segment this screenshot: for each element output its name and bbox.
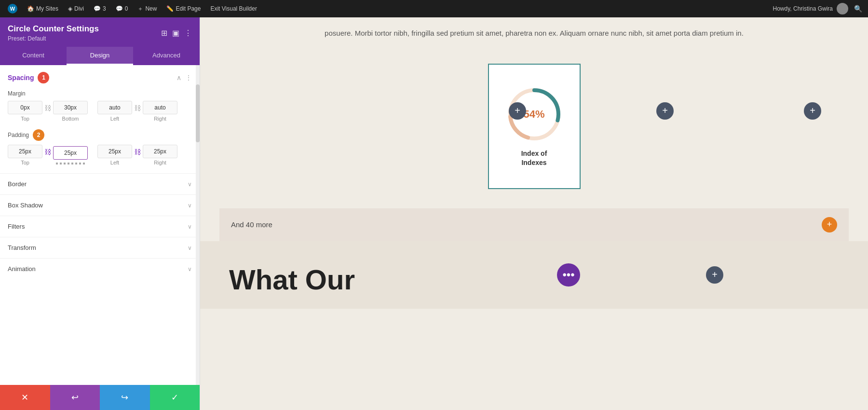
border-chevron[interactable]: ∨ xyxy=(188,181,192,188)
cancel-button[interactable]: ✕ xyxy=(0,385,50,410)
panel-scrollbar[interactable] xyxy=(196,65,200,385)
padding-left-label: Left xyxy=(110,160,119,165)
and-more-text: And 40 more xyxy=(231,220,272,229)
what-our-section: What Our ••• + xyxy=(200,241,868,309)
padding-left-input[interactable] xyxy=(97,145,132,158)
panel-tabs: Content Design Advanced xyxy=(0,47,200,65)
padding-top-input[interactable] xyxy=(8,145,42,158)
redo-button[interactable]: ↪ xyxy=(100,385,150,410)
padding-bottom-input[interactable] xyxy=(53,146,88,160)
divi-btn[interactable]: ◈ Divi xyxy=(64,3,88,14)
circle-counter-card[interactable]: 54% Index of Indexes xyxy=(488,64,581,189)
add-column-btn-3[interactable]: + xyxy=(804,102,821,120)
avatar[interactable] xyxy=(837,3,848,14)
search-icon[interactable]: 🔍 xyxy=(852,3,864,14)
intro-text: posuere. Morbi tortor nibh, fringilla se… xyxy=(200,17,868,54)
what-our-title: What Our xyxy=(229,266,355,294)
animation-title: Animation xyxy=(8,265,36,273)
wordpress-icon: W xyxy=(8,4,17,14)
main-layout: Circle Counter Settings Preset: Default … xyxy=(0,17,868,410)
transform-chevron[interactable]: ∨ xyxy=(188,245,192,251)
spacing-menu-icon[interactable]: ⋮ xyxy=(185,74,192,82)
panel-scroll-wrap: Spacing 1 ∧ ⋮ Margin Top xyxy=(0,65,200,385)
margin-left-col: Left xyxy=(97,101,132,122)
spacing-collapse-icon[interactable]: ∧ xyxy=(176,74,181,82)
and-more-add-btn[interactable]: + xyxy=(822,217,837,232)
padding-right-col: Right xyxy=(143,145,177,165)
box-shadow-chevron[interactable]: ∨ xyxy=(188,202,192,209)
margin-right-col: Right xyxy=(143,101,177,122)
plus-new-icon: ＋ xyxy=(137,5,143,13)
spacing-title: Spacing xyxy=(8,74,34,82)
padding-section: Padding 2 Top ⛓ xyxy=(0,129,200,173)
tab-advanced[interactable]: Advanced xyxy=(133,47,200,65)
spacing-section-header[interactable]: Spacing 1 ∧ ⋮ xyxy=(0,65,200,90)
animation-chevron[interactable]: ∨ xyxy=(188,266,192,273)
border-section: Border ∨ xyxy=(0,173,200,194)
new-btn[interactable]: ＋ New xyxy=(134,3,161,15)
margin-label: Margin xyxy=(8,90,192,97)
margin-link-chain-icon: ⛓ xyxy=(44,104,51,112)
edit-page-icon: ✏️ xyxy=(166,5,174,12)
what-our-right-btn[interactable]: + xyxy=(706,266,723,284)
filters-title: Filters xyxy=(8,223,25,230)
margin-right-link-icon[interactable]: ⛓ xyxy=(134,104,141,119)
preset-label[interactable]: Preset: Default xyxy=(8,35,99,42)
margin-bottom-input[interactable] xyxy=(53,101,88,114)
animation-section: Animation ∨ xyxy=(0,258,200,279)
what-our-add-btn[interactable]: ••• xyxy=(557,263,580,287)
padding-top-col: Top xyxy=(8,145,42,165)
panel-title: Circle Counter Settings xyxy=(8,24,99,34)
margin-top-label: Top xyxy=(21,116,29,122)
margin-left-input[interactable] xyxy=(97,101,132,114)
padding-link-icon[interactable]: ⛓ xyxy=(44,148,51,163)
panel-scrollbar-thumb[interactable] xyxy=(196,84,200,142)
border-section-header[interactable]: Border ∨ xyxy=(0,174,200,194)
panel-resize-icon[interactable]: ⊞ xyxy=(161,28,167,38)
filters-chevron[interactable]: ∨ xyxy=(188,223,192,230)
animation-section-header[interactable]: Animation ∨ xyxy=(0,259,200,279)
exit-visual-builder-btn[interactable]: Exit Visual Builder xyxy=(206,3,261,14)
margin-top-col: Top xyxy=(8,101,42,122)
page-area: posuere. Morbi tortor nibh, fringilla se… xyxy=(200,17,868,410)
margin-row: Top ⛓ Bottom Left xyxy=(8,101,192,122)
panel-header-info: Circle Counter Settings Preset: Default xyxy=(8,24,99,42)
add-column-btn-2[interactable]: + xyxy=(656,102,674,120)
margin-right-input[interactable] xyxy=(143,101,177,114)
undo-button[interactable]: ↩ xyxy=(50,385,100,410)
padding-top-label: Top xyxy=(21,160,29,165)
admin-bar-right: Howdy, Christina Gwira 🔍 xyxy=(773,3,864,14)
panel-content: Spacing 1 ∧ ⋮ Margin Top xyxy=(0,65,200,279)
home-icon: 🏠 xyxy=(27,5,34,12)
panel-layout-icon[interactable]: ▣ xyxy=(172,28,179,38)
panel-menu-icon[interactable]: ⋮ xyxy=(184,28,192,38)
wp-logo-btn[interactable]: W xyxy=(4,2,21,15)
add-column-btn-1[interactable]: + xyxy=(509,102,526,120)
edit-page-btn[interactable]: ✏️ Edit Page xyxy=(163,3,204,14)
padding-label: Padding xyxy=(8,132,29,138)
padding-right-link-icon[interactable]: ⛓ xyxy=(134,148,141,163)
margin-link-icon[interactable]: ⛓ xyxy=(44,104,51,119)
box-shadow-section-header[interactable]: Box Shadow ∨ xyxy=(0,195,200,216)
save-button[interactable]: ✓ xyxy=(150,385,200,410)
panel-header: Circle Counter Settings Preset: Default … xyxy=(0,17,200,47)
divi-icon: ◈ xyxy=(68,5,72,12)
filters-section-header[interactable]: Filters ∨ xyxy=(0,216,200,237)
padding-right-input[interactable] xyxy=(143,145,177,158)
page-content: posuere. Morbi tortor nibh, fringilla se… xyxy=(200,17,868,309)
comment-zero-icon: 💬 xyxy=(116,5,123,12)
margin-top-input[interactable] xyxy=(8,101,42,114)
panel-header-icons: ⊞ ▣ ⋮ xyxy=(161,28,192,38)
transform-section-header[interactable]: Transform ∨ xyxy=(0,237,200,258)
margin-section: Margin Top ⛓ Bottom xyxy=(0,90,200,129)
margin-bottom-label: Bottom xyxy=(62,116,79,122)
left-panel: Circle Counter Settings Preset: Default … xyxy=(0,17,200,410)
tab-content[interactable]: Content xyxy=(0,47,67,65)
filters-section: Filters ∨ xyxy=(0,216,200,237)
comment-icon: 💬 xyxy=(94,5,101,12)
comment-zero-btn[interactable]: 💬 0 xyxy=(112,3,132,14)
padding-left-col: Left xyxy=(97,145,132,165)
my-sites-btn[interactable]: 🏠 My Sites xyxy=(23,3,62,14)
comment-count-btn[interactable]: 💬 3 xyxy=(90,3,110,14)
tab-design[interactable]: Design xyxy=(67,47,133,65)
